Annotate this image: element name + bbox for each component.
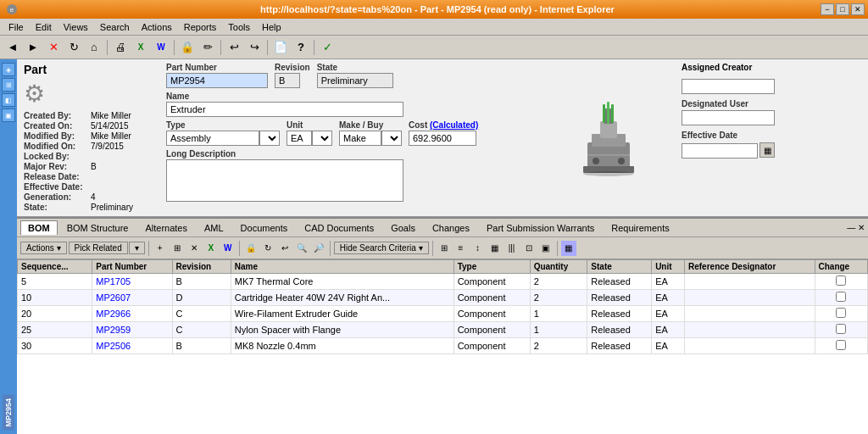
change-checkbox[interactable] (836, 324, 846, 334)
tab-requirements[interactable]: Requirements (604, 220, 676, 235)
col-state[interactable]: State (587, 260, 652, 274)
sidebar-icon-1[interactable]: ◈ (2, 63, 15, 76)
col-unit[interactable]: Unit (652, 260, 685, 274)
change-checkbox[interactable] (836, 292, 846, 302)
change-checkbox[interactable] (836, 275, 846, 286)
hide-search-button[interactable]: Hide Search Criteria ▾ (334, 242, 429, 254)
part-number-input[interactable] (166, 73, 268, 88)
bom-list-icon[interactable]: ≡ (453, 241, 469, 256)
tab-goals[interactable]: Goals (383, 220, 423, 235)
sidebar-icon-2[interactable]: ⊞ (2, 78, 15, 92)
close-button[interactable]: ✕ (851, 3, 865, 15)
modified-on-value: 7/9/2015 (91, 142, 124, 151)
col-sequence[interactable]: Sequence... (18, 260, 92, 274)
col-part-number[interactable]: Part Number (92, 260, 172, 274)
edit-button[interactable]: ✏ (198, 38, 217, 57)
col-ref-designator[interactable]: Reference Designator (685, 260, 815, 274)
cost-input[interactable] (409, 131, 476, 146)
bom-search-icon[interactable]: 🔍 (294, 241, 309, 256)
sidebar-icon-3[interactable]: ◧ (2, 93, 15, 107)
bom-copy-icon[interactable]: ⊞ (170, 241, 185, 256)
bom-add-icon[interactable]: + (153, 241, 168, 256)
bom-delete-icon[interactable]: ✕ (186, 241, 202, 256)
print-button[interactable]: 🖨 (111, 38, 130, 57)
redo-button[interactable]: ↪ (245, 38, 264, 57)
major-rev-value: B (91, 162, 97, 171)
pick-related-button[interactable]: Pick Related (69, 242, 128, 254)
bom-grid-icon[interactable]: ⊞ (437, 241, 452, 256)
bom-columns-icon[interactable]: ||| (504, 241, 520, 256)
col-type[interactable]: Type (453, 260, 530, 274)
bom-search2-icon[interactable]: 🔎 (311, 241, 326, 256)
tab-cad-documents[interactable]: CAD Documents (297, 220, 381, 235)
unit-input[interactable] (287, 131, 312, 146)
make-buy-input[interactable] (339, 131, 381, 146)
release-date-label: Release Date: (24, 172, 87, 181)
menu-file[interactable]: File (3, 20, 29, 34)
designated-user-input[interactable] (682, 110, 775, 125)
bom-view-icon[interactable]: ▣ (538, 241, 554, 256)
revision-input[interactable] (275, 73, 300, 88)
bom-lock-icon[interactable]: 🔒 (243, 241, 259, 256)
state-input[interactable] (317, 73, 393, 88)
new-button[interactable]: 📄 (271, 38, 290, 57)
tab-bom-structure[interactable]: BOM Structure (59, 220, 136, 235)
bom-collapse-button[interactable]: — ✕ (847, 223, 865, 232)
menu-reports[interactable]: Reports (179, 20, 222, 34)
unit-select[interactable] (312, 131, 332, 146)
col-quantity[interactable]: Quantity (530, 260, 587, 274)
bom-filter-icon[interactable]: ▦ (487, 241, 503, 256)
back-button[interactable]: ◄ (3, 38, 22, 57)
bom-selected-view-icon[interactable]: ▦ (561, 241, 576, 256)
change-checkbox[interactable] (836, 340, 846, 350)
stop-button[interactable]: ✕ (44, 38, 63, 57)
menu-edit[interactable]: Edit (31, 20, 57, 34)
pick-related-dropdown[interactable]: ▾ (129, 242, 145, 254)
tab-changes[interactable]: Changes (425, 220, 477, 235)
help-icon[interactable]: ? (292, 38, 310, 57)
bom-sort-icon[interactable]: ↕ (470, 241, 486, 256)
tab-part-submission-warrants[interactable]: Part Submission Warrants (479, 220, 602, 235)
col-change[interactable]: Change (815, 260, 867, 274)
maximize-button[interactable]: □ (836, 3, 849, 15)
word-button[interactable]: W (152, 38, 170, 57)
home-button[interactable]: ⌂ (85, 38, 103, 57)
forward-button[interactable]: ► (24, 38, 42, 57)
col-revision[interactable]: Revision (172, 260, 231, 274)
undo-button[interactable]: ↩ (225, 38, 243, 57)
bom-actions-button[interactable]: Actions ▾ (20, 242, 67, 254)
modified-by-label: Modified By: (24, 131, 87, 141)
lock-button[interactable]: 🔒 (178, 38, 197, 57)
menu-search[interactable]: Search (95, 20, 135, 34)
sidebar-icon-4[interactable]: ▣ (2, 108, 15, 122)
menu-views[interactable]: Views (58, 20, 93, 34)
menu-actions[interactable]: Actions (136, 20, 177, 34)
assigned-creator-input[interactable] (682, 79, 775, 94)
bom-expand-icon[interactable]: ⊡ (521, 241, 537, 256)
cell-state: Released (587, 338, 652, 354)
tab-alternates[interactable]: Alternates (137, 220, 195, 235)
tab-documents[interactable]: Documents (233, 220, 296, 235)
excel-button[interactable]: X (131, 38, 150, 57)
menu-tools[interactable]: Tools (223, 20, 255, 34)
refresh-button[interactable]: ↻ (64, 38, 83, 57)
bom-refresh-icon[interactable]: ↻ (260, 241, 275, 256)
type-select[interactable] (259, 131, 280, 146)
minimize-button[interactable]: − (821, 3, 834, 15)
effective-date-input[interactable] (682, 143, 758, 159)
bom-undo-icon[interactable]: ↩ (277, 241, 292, 256)
tab-aml[interactable]: AML (197, 220, 231, 235)
make-buy-select[interactable] (381, 131, 402, 146)
change-checkbox[interactable] (836, 308, 846, 318)
check-button[interactable]: ✓ (318, 38, 337, 57)
cost-calculated-link[interactable]: (Calculated) (430, 120, 478, 130)
long-desc-textarea[interactable] (166, 159, 403, 202)
effective-date-picker[interactable]: ▦ (760, 142, 775, 158)
col-name[interactable]: Name (231, 260, 453, 274)
type-input[interactable] (166, 131, 259, 146)
tab-bom[interactable]: BOM (20, 220, 58, 235)
name-input[interactable] (166, 102, 403, 117)
menu-help[interactable]: Help (257, 20, 287, 34)
bom-excel-icon[interactable]: X (203, 241, 219, 256)
bom-word-icon[interactable]: W (220, 241, 236, 256)
